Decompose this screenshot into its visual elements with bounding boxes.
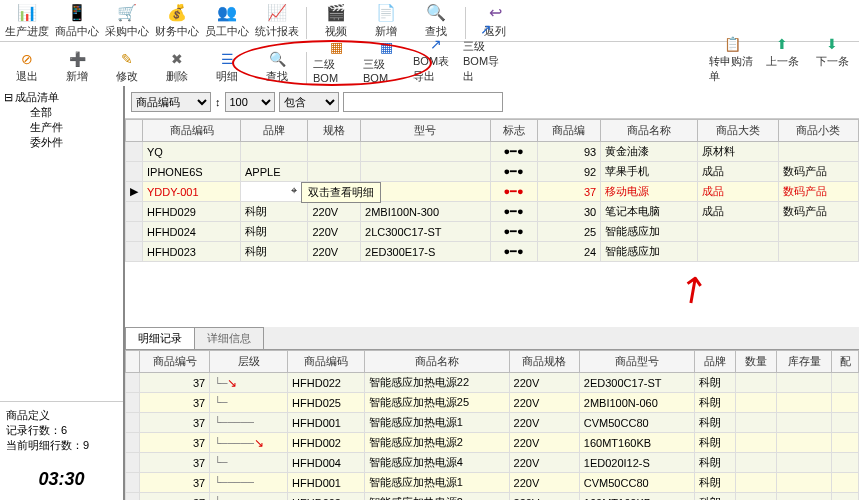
action-二级BOM[interactable]: ▦二级BOM <box>313 37 359 84</box>
det-cfg[interactable] <box>832 393 859 413</box>
table-row[interactable]: HFHD023科朗220V2ED300E17-S●━●24智能感应加 <box>126 242 859 262</box>
det-qty[interactable] <box>735 453 776 473</box>
det-level[interactable]: └─ <box>210 393 288 413</box>
cell-flag[interactable]: ●━● <box>490 222 537 242</box>
cell-cat2[interactable] <box>778 242 858 262</box>
det-id[interactable]: 37 <box>140 453 210 473</box>
det-level[interactable]: └───── <box>210 493 288 501</box>
cell-id[interactable]: 37 <box>537 182 601 202</box>
toolbar-采购中心[interactable]: 🛒采购中心 <box>104 0 150 39</box>
det-model[interactable]: 1ED020I12-S <box>579 453 694 473</box>
cell-flag[interactable]: ●━● <box>490 202 537 222</box>
cell-code[interactable]: HFHD029 <box>143 202 241 222</box>
col-header[interactable]: 型号 <box>361 120 491 142</box>
cell-cat2[interactable]: 数码产品 <box>778 202 858 222</box>
cell-flag[interactable]: ●━● <box>490 142 537 162</box>
toolbar-商品中心[interactable]: 📱商品中心 <box>54 0 100 39</box>
tab-info[interactable]: 详细信息 <box>194 327 264 349</box>
cell-code[interactable]: YDDY-001 <box>143 182 241 202</box>
det-model[interactable]: 160MT160KB <box>579 433 694 453</box>
table-row[interactable]: HFHD024科朗220V2LC300C17-ST●━●25智能感应加 <box>126 222 859 242</box>
cell-id[interactable]: 25 <box>537 222 601 242</box>
cell-brand[interactable]: 科朗 <box>241 242 308 262</box>
det-name[interactable]: 智能感应加热电源2 <box>364 433 509 453</box>
det-code[interactable]: HFHD001 <box>288 473 365 493</box>
detail-row[interactable]: 37└─↘HFHD022智能感应加热电源22220V2ED300C17-ST科朗 <box>126 373 859 393</box>
tree-item[interactable]: 委外件 <box>4 135 119 150</box>
col-header[interactable]: 商品大类 <box>698 120 778 142</box>
det-stock[interactable] <box>776 413 832 433</box>
action-修改[interactable]: ✎修改 <box>104 49 150 84</box>
det-name[interactable]: 智能感应加热电源25 <box>364 393 509 413</box>
cell-name[interactable]: 笔记本电脑 <box>601 202 698 222</box>
nav-下一条[interactable]: ⬇下一条 <box>809 34 855 84</box>
cell-code[interactable]: IPHONE6S <box>143 162 241 182</box>
det-code[interactable]: HFHD001 <box>288 413 365 433</box>
cell-model[interactable] <box>361 162 491 182</box>
col-header[interactable]: 品牌 <box>241 120 308 142</box>
det-id[interactable]: 37 <box>140 473 210 493</box>
det-id[interactable]: 37 <box>140 373 210 393</box>
det-model[interactable]: 2ED300C17-ST <box>579 373 694 393</box>
cell-code[interactable]: HFHD024 <box>143 222 241 242</box>
det-col-header[interactable]: 商品型号 <box>579 351 694 373</box>
det-stock[interactable] <box>776 473 832 493</box>
toolbar-新增[interactable]: 📄新增 <box>363 0 409 39</box>
det-model[interactable]: CVM50CC80 <box>579 473 694 493</box>
action-明细[interactable]: ☰明细 <box>204 49 250 84</box>
det-qty[interactable] <box>735 433 776 453</box>
cell-brand[interactable]: 科朗 <box>241 202 308 222</box>
toolbar-财务中心[interactable]: 💰财务中心 <box>154 0 200 39</box>
det-name[interactable]: 智能感应加热电源4 <box>364 453 509 473</box>
detail-row[interactable]: 37└─HFHD025智能感应加热电源25220V2MBI100N-060科朗 <box>126 393 859 413</box>
det-level[interactable]: └─────↘ <box>210 433 288 453</box>
table-row[interactable]: HFHD029科朗220V2MBI100N-300●━●30笔记本电脑成品数码产… <box>126 202 859 222</box>
cell-editing[interactable]: ⌖双击查看明细 <box>241 182 308 202</box>
cell-spec[interactable] <box>308 142 361 162</box>
cell-cat1[interactable]: 原材料 <box>698 142 778 162</box>
action-BOM表导出[interactable]: ↗BOM表导出 <box>413 34 459 84</box>
det-stock[interactable] <box>776 493 832 501</box>
det-spec[interactable]: 220V <box>509 493 579 501</box>
action-查找[interactable]: 🔍查找 <box>254 49 300 84</box>
cell-cat2[interactable]: 数码产品 <box>778 182 858 202</box>
det-col-header[interactable]: 商品编码 <box>288 351 365 373</box>
tree-root[interactable]: ⊟ 成品清单 <box>4 90 119 105</box>
filter-input[interactable] <box>343 92 503 112</box>
det-code[interactable]: HFHD022 <box>288 373 365 393</box>
det-cfg[interactable] <box>832 493 859 501</box>
col-header[interactable]: 商品名称 <box>601 120 698 142</box>
tree-item[interactable]: 生产件 <box>4 120 119 135</box>
cell-model[interactable]: 2LC300C17-ST <box>361 222 491 242</box>
det-model[interactable]: 2MBI100N-060 <box>579 393 694 413</box>
det-brand[interactable]: 科朗 <box>694 373 735 393</box>
cell-spec[interactable]: 220V <box>308 242 361 262</box>
cell-model[interactable] <box>361 142 491 162</box>
detail-grid[interactable]: 商品编号层级商品编码商品名称商品规格商品型号品牌数量库存量配37└─↘HFHD0… <box>125 350 859 500</box>
det-qty[interactable] <box>735 393 776 413</box>
table-row[interactable]: ▶YDDY-001⌖双击查看明细●━●37移动电源成品数码产品 <box>126 182 859 202</box>
cell-code[interactable]: YQ <box>143 142 241 162</box>
spin-icon[interactable]: ↕ <box>215 96 221 108</box>
cell-brand[interactable]: APPLE <box>241 162 308 182</box>
det-name[interactable]: 智能感应加热电源22 <box>364 373 509 393</box>
det-qty[interactable] <box>735 413 776 433</box>
filter-field[interactable]: 商品编码 <box>131 92 211 112</box>
toolbar-视频[interactable]: 🎬视频 <box>313 0 359 39</box>
det-cfg[interactable] <box>832 473 859 493</box>
cell-cat1[interactable] <box>698 242 778 262</box>
action-删除[interactable]: ✖删除 <box>154 49 200 84</box>
cell-model[interactable]: 2MBI100N-300 <box>361 202 491 222</box>
det-stock[interactable] <box>776 433 832 453</box>
det-code[interactable]: HFHD002 <box>288 433 365 453</box>
det-brand[interactable]: 科朗 <box>694 413 735 433</box>
det-qty[interactable] <box>735 493 776 501</box>
detail-row[interactable]: 37└─────HFHD001智能感应加热电源1220VCVM50CC80科朗 <box>126 413 859 433</box>
det-id[interactable]: 37 <box>140 493 210 501</box>
detail-row[interactable]: 37└─HFHD004智能感应加热电源4220V1ED020I12-S科朗 <box>126 453 859 473</box>
det-col-header[interactable]: 数量 <box>735 351 776 373</box>
detail-row[interactable]: 37└─────HFHD002智能感应加热电源2220V160MT160KB科朗 <box>126 493 859 501</box>
det-stock[interactable] <box>776 393 832 413</box>
table-row[interactable]: IPHONE6SAPPLE●━●92苹果手机成品数码产品 <box>126 162 859 182</box>
det-qty[interactable] <box>735 473 776 493</box>
